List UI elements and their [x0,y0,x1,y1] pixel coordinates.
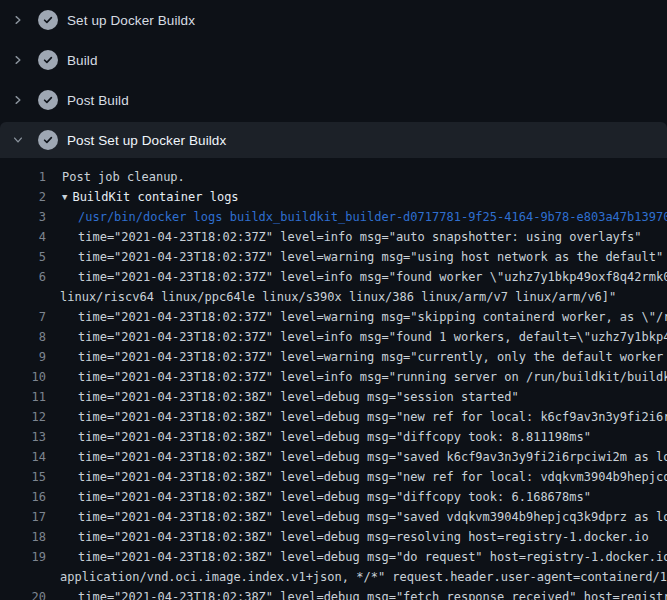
log-line-text: time="2021-04-23T18:02:38Z" level=debug … [46,587,667,600]
log-line-text: time="2021-04-23T18:02:37Z" level=info m… [46,327,667,347]
log-line-number[interactable]: 12 [0,407,46,427]
success-check-icon [38,130,58,150]
chevron-right-icon [12,52,24,68]
log-line: 15time="2021-04-23T18:02:38Z" level=debu… [0,467,667,487]
log-line-text: time="2021-04-23T18:02:38Z" level=debug … [46,527,649,547]
log-line-text: linux/riscv64 linux/ppc64le linux/s390x … [46,287,616,307]
step-header-post-build[interactable]: Post Build [0,80,667,120]
log-line: 14time="2021-04-23T18:02:38Z" level=debu… [0,447,667,467]
log-line-number[interactable]: 9 [0,347,46,367]
log-line: 2▼BuildKit container logs [0,187,667,207]
log-line-text: time="2021-04-23T18:02:38Z" level=debug … [46,467,667,487]
log-line-number[interactable]: 20 [0,587,46,600]
log-line: 10time="2021-04-23T18:02:37Z" level=info… [0,367,667,387]
log-line-number [0,287,46,307]
log-line: 6time="2021-04-23T18:02:37Z" level=info … [0,267,667,287]
log-line-text: time="2021-04-23T18:02:38Z" level=debug … [46,407,667,427]
log-line: 8time="2021-04-23T18:02:37Z" level=info … [0,327,667,347]
step-log-output: 1Post job cleanup.2▼BuildKit container l… [0,158,667,600]
log-line: 20time="2021-04-23T18:02:38Z" level=debu… [0,587,667,600]
log-line: 4time="2021-04-23T18:02:37Z" level=info … [0,227,667,247]
log-line-number[interactable]: 7 [0,307,46,327]
log-line-number[interactable]: 1 [0,167,46,187]
log-line-number[interactable]: 17 [0,507,46,527]
log-line-number[interactable]: 8 [0,327,46,347]
log-line-text: application/vnd.oci.image.index.v1+json,… [46,567,667,587]
log-line: 13time="2021-04-23T18:02:38Z" level=debu… [0,427,667,447]
log-line-text: time="2021-04-23T18:02:37Z" level=info m… [46,227,642,247]
log-line-text: time="2021-04-23T18:02:37Z" level=info m… [46,267,667,287]
success-check-icon [38,10,58,30]
log-command-text: /usr/bin/docker logs buildx_buildkit_bui… [46,207,667,227]
log-line-number[interactable]: 4 [0,227,46,247]
log-line-number[interactable]: 11 [0,387,46,407]
log-line: linux/riscv64 linux/ppc64le linux/s390x … [0,287,667,307]
log-line-text: time="2021-04-23T18:02:38Z" level=debug … [46,547,667,567]
log-line: 11time="2021-04-23T18:02:38Z" level=debu… [0,387,667,407]
log-line: 1Post job cleanup. [0,167,667,187]
step-header-post-setup-docker-buildx[interactable]: Post Set up Docker Buildx [0,122,667,158]
chevron-right-icon [12,92,24,108]
log-line-number[interactable]: 13 [0,427,46,447]
chevron-down-icon [12,132,24,148]
log-line-number[interactable]: 18 [0,527,46,547]
log-line-number[interactable]: 2 [0,187,46,207]
log-line: 5time="2021-04-23T18:02:37Z" level=warni… [0,247,667,267]
log-line-number[interactable]: 6 [0,267,46,287]
chevron-right-icon [12,12,24,28]
step-header-build[interactable]: Build [0,40,667,80]
log-line: 19time="2021-04-23T18:02:38Z" level=debu… [0,547,667,567]
log-line-number [0,567,46,587]
log-line: 12time="2021-04-23T18:02:38Z" level=debu… [0,407,667,427]
log-line-text: time="2021-04-23T18:02:38Z" level=debug … [46,487,591,507]
log-line: 9time="2021-04-23T18:02:37Z" level=warni… [0,347,667,367]
log-line: application/vnd.oci.image.index.v1+json,… [0,567,667,587]
step-title: Build [67,53,98,68]
log-line-number[interactable]: 10 [0,367,46,387]
log-line-number[interactable]: 14 [0,447,46,467]
log-line-text: time="2021-04-23T18:02:37Z" level=warnin… [46,347,667,367]
log-line-text: time="2021-04-23T18:02:38Z" level=debug … [46,427,591,447]
success-check-icon [38,50,58,70]
step-header-setup-docker-buildx[interactable]: Set up Docker Buildx [0,0,667,40]
log-line-text: time="2021-04-23T18:02:37Z" level=warnin… [46,307,667,327]
step-title: Post Build [67,93,129,108]
log-line: 18time="2021-04-23T18:02:38Z" level=debu… [0,527,667,547]
log-line-text: time="2021-04-23T18:02:38Z" level=debug … [46,387,519,407]
log-line-text[interactable]: ▼BuildKit container logs [46,187,239,207]
log-line: 3/usr/bin/docker logs buildx_buildkit_bu… [0,207,667,227]
log-line-number[interactable]: 15 [0,467,46,487]
log-line-text: time="2021-04-23T18:02:38Z" level=debug … [46,447,667,467]
group-collapse-triangle-icon[interactable]: ▼ [62,187,67,207]
log-line-number[interactable]: 3 [0,207,46,227]
log-line-text: time="2021-04-23T18:02:38Z" level=debug … [46,507,667,527]
log-line: 7time="2021-04-23T18:02:37Z" level=warni… [0,307,667,327]
log-line-number[interactable]: 16 [0,487,46,507]
step-title: Set up Docker Buildx [67,13,195,28]
step-title: Post Set up Docker Buildx [67,133,226,148]
log-line: 16time="2021-04-23T18:02:38Z" level=debu… [0,487,667,507]
log-line: 17time="2021-04-23T18:02:38Z" level=debu… [0,507,667,527]
log-line-text: time="2021-04-23T18:02:37Z" level=warnin… [46,247,663,267]
log-line-text: Post job cleanup. [46,167,185,187]
log-line-number[interactable]: 19 [0,547,46,567]
log-line-text: time="2021-04-23T18:02:37Z" level=info m… [46,367,667,387]
log-line-number[interactable]: 5 [0,247,46,267]
success-check-icon [38,90,58,110]
